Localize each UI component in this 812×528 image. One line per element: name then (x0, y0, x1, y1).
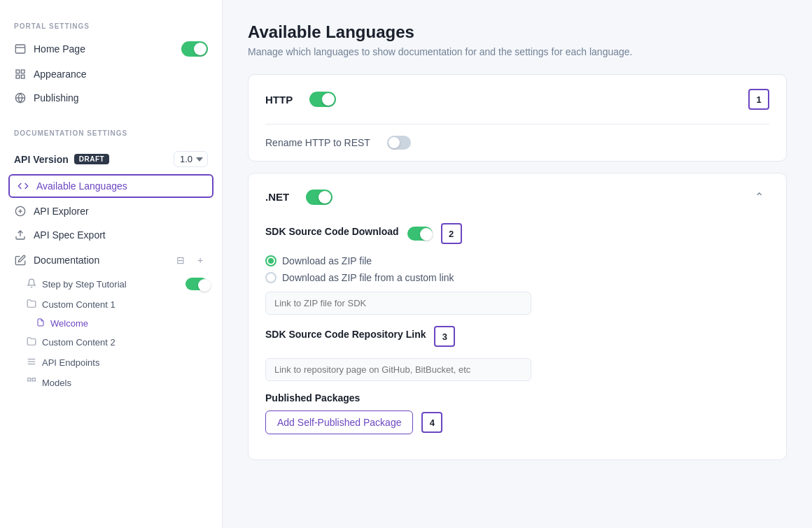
svg-rect-5 (21, 75, 24, 78)
page-title: Available Languages (248, 22, 787, 42)
sidebar-item-models[interactable]: Models (0, 373, 222, 393)
api-endpoints-icon (27, 357, 36, 369)
sidebar-item-custom-content-2[interactable]: Custom Content 2 (0, 332, 222, 352)
radio-zip[interactable]: Download as ZIP file (265, 255, 769, 266)
http-card-row: HTTP 1 (248, 75, 786, 124)
bell-icon (27, 278, 36, 290)
folder-icon-1 (27, 299, 36, 311)
sidebar-item-step-by-step[interactable]: Step by Step Tutorial (0, 273, 222, 294)
step-by-step-toggle[interactable] (186, 278, 208, 290)
appearance-label: Appearance (34, 69, 87, 80)
annotation-2: 2 (441, 223, 462, 244)
documentation-label: Documentation (34, 255, 99, 266)
portal-settings-label: PORTAL SETTINGS (0, 22, 222, 30)
appearance-icon (14, 68, 27, 80)
sdk-download-row: SDK Source Code Download 2 (265, 223, 769, 244)
api-explorer-label: API Explorer (34, 206, 89, 217)
doc-add-btn[interactable]: + (192, 252, 208, 268)
http-toggle[interactable] (309, 92, 336, 107)
api-endpoints-label: API Endpoints (42, 357, 99, 368)
svg-rect-2 (16, 70, 20, 73)
svg-rect-4 (16, 75, 20, 78)
api-version-row: API Version DRAFT 1.0 (0, 145, 222, 173)
main-content: Available Languages Manage which languag… (223, 0, 812, 528)
svg-rect-0 (15, 45, 24, 53)
draft-badge: DRAFT (74, 154, 109, 164)
code-icon (17, 180, 29, 192)
sidebar-item-appearance[interactable]: Appearance (0, 62, 222, 86)
models-icon (27, 377, 36, 389)
repo-link-group: SDK Source Code Repository Link 3 (265, 326, 769, 381)
http-label: HTTP (265, 94, 293, 106)
net-expand-btn[interactable]: ⌃ (749, 187, 769, 206)
custom-content-1-label: Custom Content 1 (42, 299, 115, 310)
annotation-3: 3 (434, 326, 455, 347)
export-icon (14, 229, 27, 241)
sidebar-item-available-languages[interactable]: Available Languages (8, 174, 214, 198)
sidebar-item-api-endpoints[interactable]: API Endpoints (0, 352, 222, 373)
welcome-label: Welcome (50, 318, 88, 329)
home-page-label: Home Page (34, 43, 85, 55)
doc-filter-btn[interactable]: ⊟ (173, 252, 188, 268)
sidebar: PORTAL SETTINGS Home Page Appearance Pub… (0, 0, 223, 528)
rename-toggle[interactable] (387, 136, 411, 150)
radio-custom-circle (265, 272, 276, 283)
net-card-body: SDK Source Code Download 2 Download as Z… (248, 220, 786, 459)
homepage-toggle[interactable] (181, 41, 208, 57)
sidebar-item-welcome[interactable]: Welcome (0, 315, 222, 332)
rename-label: Rename HTTP to REST (265, 137, 370, 148)
radio-zip-label: Download as ZIP file (282, 255, 372, 266)
publishing-icon (14, 92, 27, 104)
svg-rect-3 (21, 70, 24, 73)
step-by-step-label: Step by Step Tutorial (42, 279, 127, 290)
zip-link-input[interactable] (265, 292, 531, 315)
sidebar-item-api-spec-export[interactable]: API Spec Export (0, 223, 222, 247)
sidebar-item-custom-content-1[interactable]: Custom Content 1 (0, 294, 222, 315)
sidebar-item-publishing[interactable]: Publishing (0, 86, 222, 110)
sdk-download-group: SDK Source Code Download 2 Download as Z… (265, 223, 769, 315)
file-icon (36, 318, 45, 329)
net-toggle[interactable] (306, 190, 332, 205)
publishing-label: Publishing (34, 92, 79, 104)
doc-settings-label: DOCUMENTATION SETTINGS (0, 129, 222, 137)
sidebar-item-homepage[interactable]: Home Page (0, 36, 222, 62)
annotation-1: 1 (748, 89, 769, 110)
documentation-icon (14, 254, 27, 266)
sidebar-item-documentation[interactable]: Documentation ⊟ + (0, 247, 222, 273)
radio-zip-circle (265, 255, 276, 266)
available-languages-label: Available Languages (36, 180, 127, 192)
repo-link-row: SDK Source Code Repository Link 3 (265, 326, 769, 347)
net-label: .NET (265, 191, 289, 203)
rename-row: Rename HTTP to REST (248, 124, 786, 161)
custom-content-2-label: Custom Content 2 (42, 337, 115, 348)
published-packages-group: Published Packages Add Self-Published Pa… (265, 392, 769, 434)
api-version-label: API Version (14, 154, 69, 165)
net-card: .NET ⌃ SDK Source Code Download 2 Downlo… (248, 173, 787, 460)
version-select[interactable]: 1.0 (174, 151, 208, 167)
explorer-icon (14, 205, 27, 217)
models-label: Models (42, 378, 71, 388)
sdk-download-toggle[interactable] (407, 227, 433, 241)
page-subtitle: Manage which languages to show documenta… (248, 46, 787, 57)
http-card: HTTP 1 Rename HTTP to REST (248, 74, 787, 162)
annotation-4: 4 (421, 412, 442, 433)
sidebar-item-api-explorer[interactable]: API Explorer (0, 199, 222, 223)
repo-link-label: SDK Source Code Repository Link (265, 329, 426, 340)
published-packages-label: Published Packages (265, 392, 769, 404)
add-package-btn[interactable]: Add Self-Published Package (265, 411, 413, 434)
api-spec-export-label: API Spec Export (34, 229, 106, 241)
repo-link-input[interactable] (265, 358, 531, 381)
folder-icon-2 (27, 336, 36, 348)
radio-custom[interactable]: Download as ZIP file from a custom link (265, 272, 769, 283)
radio-custom-label: Download as ZIP file from a custom link (282, 272, 454, 283)
home-icon (14, 43, 27, 55)
add-package-row: Add Self-Published Package 4 (265, 411, 769, 434)
svg-rect-16 (32, 378, 35, 381)
radio-group: Download as ZIP file Download as ZIP fil… (265, 255, 769, 283)
net-card-row: .NET ⌃ (248, 173, 786, 220)
svg-rect-15 (28, 378, 31, 381)
sdk-download-label: SDK Source Code Download (265, 226, 399, 237)
